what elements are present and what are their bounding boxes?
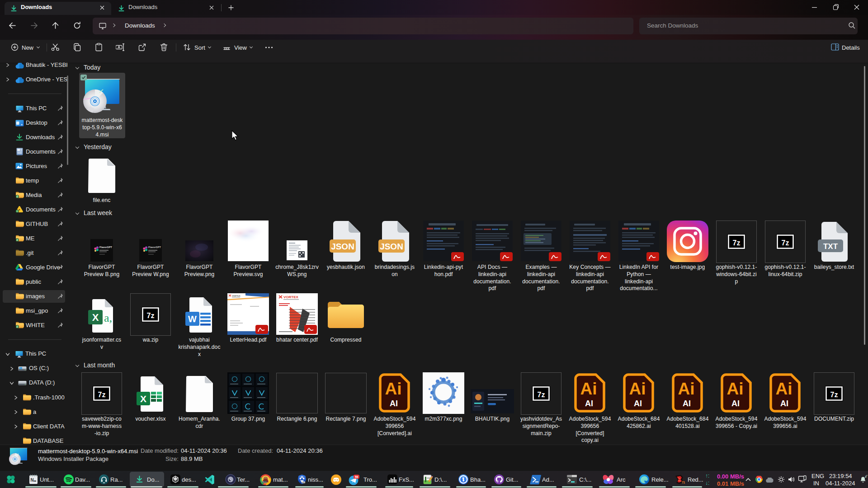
svg-text:Bursa: Bursa: [263, 481, 267, 483]
svg-text:AI: AI: [683, 399, 691, 408]
svg-text:JSON: JSON: [331, 242, 354, 251]
svg-text:Ai: Ai: [776, 380, 793, 398]
svg-text:7z: 7z: [538, 391, 545, 399]
svg-text:X: X: [92, 312, 99, 323]
svg-text:VORTEX: VORTEX: [232, 295, 241, 297]
svg-text:Ai: Ai: [580, 380, 597, 398]
svg-text:AI: AI: [585, 399, 593, 408]
svg-text:7z: 7z: [782, 239, 789, 247]
svg-text:7z: 7z: [98, 391, 106, 399]
svg-text:FlavorGPT: FlavorGPT: [148, 246, 161, 249]
svg-text:7z: 7z: [733, 239, 741, 247]
svg-text:59: 59: [355, 475, 359, 479]
svg-text:a,: a,: [104, 311, 112, 324]
svg-text:JSON: JSON: [380, 242, 403, 251]
svg-text:Ai: Ai: [678, 380, 695, 398]
svg-text:7z: 7z: [830, 391, 838, 399]
svg-text:Ai: Ai: [629, 380, 646, 398]
svg-text:7z: 7z: [147, 312, 155, 319]
svg-text:AI: AI: [390, 399, 398, 408]
svg-text:AI: AI: [780, 399, 788, 408]
svg-text:AI: AI: [634, 399, 642, 408]
svg-text:FlavorGPT: FlavorGPT: [99, 246, 112, 249]
svg-text:Ai: Ai: [727, 380, 744, 398]
svg-text:VORTEX: VORTEX: [283, 295, 299, 299]
svg-text:N: N: [30, 478, 33, 483]
svg-text:W: W: [188, 314, 197, 324]
svg-text:beta: beta: [302, 482, 305, 483]
svg-text:X: X: [140, 394, 146, 404]
svg-text:Ai: Ai: [385, 380, 402, 398]
svg-text:z: z: [866, 474, 868, 477]
svg-text:71: 71: [682, 481, 685, 484]
svg-text:TXT: TXT: [823, 242, 838, 251]
svg-text:AI: AI: [731, 399, 740, 408]
